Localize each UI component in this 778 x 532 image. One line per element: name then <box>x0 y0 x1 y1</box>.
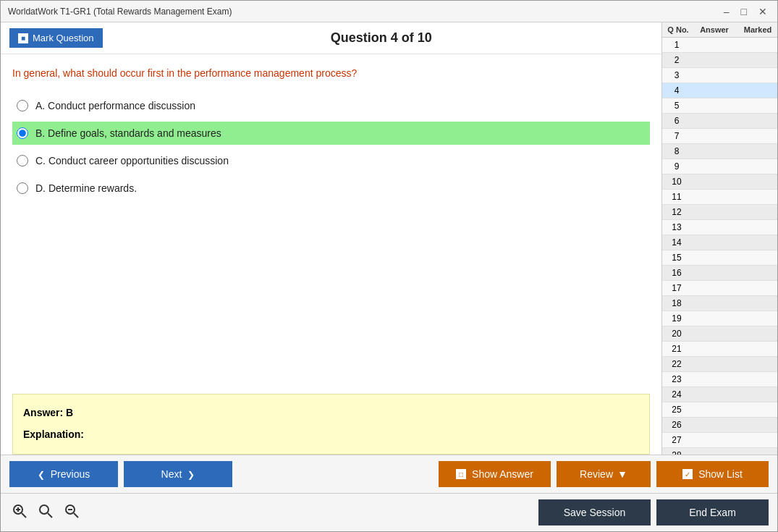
q-row-2[interactable]: 2 <box>662 53 777 68</box>
review-label: Review <box>580 468 613 480</box>
q-row-answer-17 <box>691 281 735 295</box>
q-row-marked-28 <box>735 448 777 455</box>
q-row-1[interactable]: 1 <box>662 38 777 53</box>
q-row-26[interactable]: 26 <box>662 418 777 433</box>
previous-button[interactable]: Previous <box>9 461 118 487</box>
q-row-13[interactable]: 13 <box>662 220 777 235</box>
option-d-label: D. Determine rewards. <box>35 182 137 194</box>
zoom-out-button[interactable] <box>62 502 82 523</box>
q-row-answer-12 <box>691 205 735 219</box>
q-row-answer-4 <box>691 83 735 98</box>
q-row-marked-12 <box>735 205 777 219</box>
q-row-marked-22 <box>735 357 777 371</box>
q-row-6[interactable]: 6 <box>662 114 777 129</box>
q-row-25[interactable]: 25 <box>662 402 777 418</box>
q-row-answer-14 <box>691 235 735 250</box>
q-row-answer-19 <box>691 311 735 326</box>
q-row-answer-21 <box>691 342 735 356</box>
q-row-answer-3 <box>691 68 735 83</box>
left-panel: ■ Mark Question Question 4 of 10 In gene… <box>1 22 661 455</box>
q-row-10[interactable]: 10 <box>662 174 777 190</box>
q-row-23[interactable]: 23 <box>662 372 777 387</box>
q-row-num-7: 7 <box>662 129 691 143</box>
q-row-num-21: 21 <box>662 342 691 356</box>
q-row-answer-2 <box>691 53 735 67</box>
radio-a[interactable] <box>17 100 28 111</box>
radio-b[interactable] <box>17 127 28 139</box>
mark-question-label: Mark Question <box>33 33 94 43</box>
q-row-27[interactable]: 27 <box>662 433 777 448</box>
q-row-num-4: 4 <box>662 83 691 98</box>
option-a[interactable]: A. Conduct performance discussion <box>12 94 650 117</box>
q-row-18[interactable]: 18 <box>662 296 777 311</box>
q-row-answer-25 <box>691 402 735 417</box>
q-row-15[interactable]: 15 <box>662 250 777 266</box>
q-row-num-22: 22 <box>662 357 691 371</box>
q-row-marked-5 <box>735 98 777 113</box>
q-row-19[interactable]: 19 <box>662 311 777 326</box>
q-row-answer-13 <box>691 220 735 235</box>
q-row-4[interactable]: 4 <box>662 83 777 98</box>
q-row-28[interactable]: 28 <box>662 448 777 455</box>
show-answer-button[interactable]: □ Show Answer <box>439 461 551 487</box>
q-row-24[interactable]: 24 <box>662 387 777 402</box>
show-answer-checkbox-icon: □ <box>456 469 466 479</box>
maximize-button[interactable]: □ <box>738 6 750 17</box>
mark-question-button[interactable]: ■ Mark Question <box>9 28 103 48</box>
option-a-label: A. Conduct performance discussion <box>35 100 195 111</box>
save-session-button[interactable]: Save Session <box>538 499 651 525</box>
explanation-label: Explanation: <box>23 426 639 444</box>
q-row-marked-11 <box>735 190 777 204</box>
answer-box: Answer: B Explanation: <box>12 394 650 455</box>
bottom-bar: Previous Next □ Show Answer Review ▼ ✓ S… <box>1 455 777 493</box>
review-button[interactable]: Review ▼ <box>557 461 651 487</box>
radio-d[interactable] <box>17 182 28 194</box>
end-exam-button[interactable]: End Exam <box>656 499 769 525</box>
q-row-answer-6 <box>691 114 735 128</box>
q-row-16[interactable]: 16 <box>662 266 777 281</box>
mark-checkbox-icon: ■ <box>18 33 28 43</box>
q-row-3[interactable]: 3 <box>662 68 777 83</box>
q-row-5[interactable]: 5 <box>662 98 777 114</box>
option-c[interactable]: C. Conduct career opportunities discussi… <box>12 149 650 172</box>
q-row-7[interactable]: 7 <box>662 129 777 144</box>
q-row-marked-8 <box>735 144 777 159</box>
svg-line-5 <box>48 513 52 518</box>
option-b[interactable]: B. Define goals, standards and measures <box>12 122 650 145</box>
q-row-marked-21 <box>735 342 777 356</box>
svg-line-7 <box>74 513 78 518</box>
col-qno: Q No. <box>664 25 693 34</box>
q-row-num-23: 23 <box>662 372 691 387</box>
window-controls[interactable]: – □ ✕ <box>721 6 770 17</box>
title-bar: WorldatWork T1-GR1 (Total Rewards Manage… <box>1 1 777 22</box>
close-button[interactable]: ✕ <box>756 6 770 17</box>
radio-c[interactable] <box>17 155 28 166</box>
q-row-11[interactable]: 11 <box>662 190 777 205</box>
q-row-marked-6 <box>735 114 777 128</box>
title-bar-text: WorldatWork T1-GR1 (Total Rewards Manage… <box>8 7 232 17</box>
q-row-21[interactable]: 21 <box>662 342 777 357</box>
minimize-button[interactable]: – <box>721 6 732 17</box>
next-button[interactable]: Next <box>124 461 232 487</box>
bottom-bar2: Save Session End Exam <box>1 493 777 531</box>
zoom-in-icon <box>12 504 27 518</box>
q-row-marked-4 <box>735 83 777 98</box>
q-row-8[interactable]: 8 <box>662 144 777 159</box>
q-row-14[interactable]: 14 <box>662 235 777 250</box>
q-row-12[interactable]: 12 <box>662 205 777 220</box>
zoom-in-button[interactable] <box>9 502 30 523</box>
option-d[interactable]: D. Determine rewards. <box>12 177 650 200</box>
q-row-num-6: 6 <box>662 114 691 128</box>
show-list-button[interactable]: ✓ Show List <box>656 461 769 487</box>
q-row-17[interactable]: 17 <box>662 281 777 296</box>
main-area: ■ Mark Question Question 4 of 10 In gene… <box>1 22 777 455</box>
q-row-22[interactable]: 22 <box>662 357 777 372</box>
q-row-9[interactable]: 9 <box>662 159 777 174</box>
zoom-normal-icon <box>38 504 53 518</box>
q-row-marked-9 <box>735 159 777 174</box>
q-row-num-28: 28 <box>662 448 691 455</box>
zoom-normal-button[interactable] <box>35 502 56 523</box>
q-row-marked-26 <box>735 418 777 432</box>
q-row-20[interactable]: 20 <box>662 326 777 342</box>
q-row-marked-27 <box>735 433 777 447</box>
